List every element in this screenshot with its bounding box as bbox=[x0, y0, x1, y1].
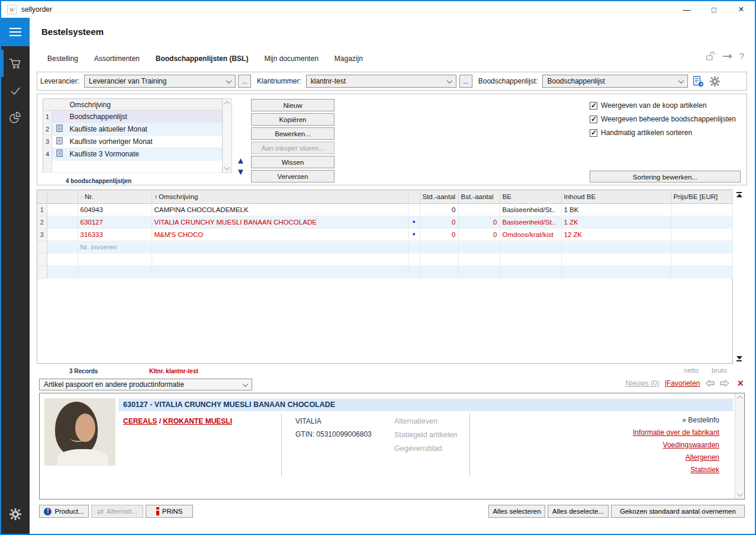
article-entry-row[interactable]: Nr. invoeren bbox=[37, 241, 732, 253]
checkbox-handmatig-sorteren[interactable]: Handmatig artikelen sorteren bbox=[590, 129, 736, 137]
column-be[interactable]: BE bbox=[500, 190, 561, 203]
info-view-select[interactable]: Artikel paspoort en andere productinform… bbox=[39, 379, 252, 390]
sidebar-item-settings[interactable] bbox=[1, 501, 30, 528]
next-arrow-icon[interactable] bbox=[720, 380, 729, 387]
forward-arrow-icon[interactable] bbox=[722, 53, 733, 60]
column-omschrijving[interactable]: ↑Omschrijving bbox=[152, 190, 408, 203]
maximize-button[interactable]: □ bbox=[700, 1, 728, 18]
nr-input-placeholder[interactable]: Nr. invoeren bbox=[78, 241, 152, 253]
close-panel-icon[interactable]: × bbox=[737, 379, 744, 387]
article-std[interactable]: 0 bbox=[420, 228, 458, 241]
scroll-to-bottom-icon[interactable] bbox=[736, 356, 742, 362]
panel-scrollbar[interactable] bbox=[735, 393, 744, 499]
checkbox-icon[interactable] bbox=[590, 116, 597, 123]
voedingswaarden-link[interactable]: Voedingswaarden bbox=[663, 441, 719, 449]
column-inhoud-be[interactable]: Inhoud BE bbox=[561, 190, 671, 203]
list-row[interactable]: 1 Boodschappenlijst bbox=[43, 111, 223, 123]
scroll-to-top-icon[interactable] bbox=[736, 191, 742, 197]
article-row[interactable]: 3 316333 M&M'S CHOCO • 0 0 Omdoos/krat/k… bbox=[37, 228, 732, 241]
article-row[interactable]: 1 604943 CAMPINA CHOCOLADEMELK 0 Basisee… bbox=[37, 203, 732, 216]
verversen-button[interactable]: Verversen bbox=[251, 170, 334, 182]
column-prijs[interactable]: Prijs/BE [EUR] bbox=[671, 190, 732, 203]
category-breadcrumb: CEREALS / KROKANTE MUESLI bbox=[123, 417, 232, 425]
prins-icon bbox=[156, 507, 159, 515]
close-button[interactable]: × bbox=[728, 1, 755, 18]
column-std-aantal[interactable]: Std.-aantal bbox=[420, 190, 458, 203]
article-bst[interactable]: 0 bbox=[458, 216, 500, 228]
tab-mijn-documenten[interactable]: Mijn documenten bbox=[264, 53, 318, 64]
sidebar-item-cart[interactable] bbox=[1, 50, 30, 77]
checkbox-beheerde-lijsten[interactable]: Weergeven beheerde boodschappenlijsten bbox=[590, 115, 736, 123]
checkbox-icon[interactable] bbox=[590, 129, 597, 137]
article-nr[interactable]: 316333 bbox=[78, 228, 152, 241]
sortering-bewerken-button[interactable]: Sortering bewerken... bbox=[590, 171, 741, 182]
kltnr-status: Kltnr. klantnr-test bbox=[149, 368, 198, 374]
bestelinfo-link[interactable]: » Bestelinfo bbox=[682, 416, 719, 424]
boodschappenlijst-select[interactable]: Boodschappenlijst bbox=[542, 75, 688, 88]
scroll-down-icon[interactable] bbox=[224, 165, 230, 171]
scroll-up-icon[interactable] bbox=[737, 396, 743, 402]
tab-bestelling[interactable]: Bestelling bbox=[47, 53, 78, 64]
lists-column-omschrijving[interactable]: Omschrijving bbox=[67, 99, 223, 111]
menu-button[interactable] bbox=[1, 18, 30, 46]
tab-boodschappenlijsten[interactable]: Boodschappenlijsten (BSL) bbox=[156, 53, 249, 64]
article-bst[interactable] bbox=[458, 203, 500, 216]
deselect-all-button[interactable]: Alles deselecte... bbox=[548, 505, 609, 518]
nieuws-link[interactable]: Nieuws (0) bbox=[625, 379, 659, 387]
gegevensblad-item: Gegevensblad bbox=[394, 444, 457, 453]
sidebar-item-stats[interactable] bbox=[1, 104, 30, 132]
favorieten-link[interactable]: |Favorieten bbox=[665, 379, 700, 387]
article-bst[interactable]: 0 bbox=[458, 228, 500, 241]
column-bst-aantal[interactable]: Bst.-aantal bbox=[458, 190, 500, 203]
scroll-down-icon[interactable] bbox=[737, 491, 743, 497]
allergenen-link[interactable]: Allergenen bbox=[686, 453, 719, 462]
column-nr[interactable]: ↑Nr. bbox=[78, 190, 152, 203]
move-up-icon[interactable]: ▲ bbox=[236, 156, 245, 165]
article-nr[interactable]: 630127 bbox=[78, 216, 152, 228]
leverancier-select[interactable]: Leverancier van Training bbox=[84, 75, 236, 88]
product-button[interactable]: ! Product... bbox=[39, 505, 89, 518]
leverancier-more-button[interactable]: ... bbox=[238, 75, 251, 88]
category-link-krokante-muesli[interactable]: KROKANTE MUESLI bbox=[163, 417, 232, 425]
take-standard-amount-button[interactable]: Gekozen standaard aantal overnemen bbox=[611, 505, 745, 518]
list-row[interactable]: 4 Kaufliste 3 Vormonate bbox=[43, 148, 223, 161]
aan-inkoper-button: Aan inkoper sturen... bbox=[251, 142, 334, 154]
statistiek-link[interactable]: Statistiek bbox=[690, 466, 719, 474]
sidebar-item-check[interactable] bbox=[1, 77, 30, 104]
move-down-icon[interactable]: ▼ bbox=[236, 167, 245, 176]
previous-arrow-icon[interactable] bbox=[705, 380, 715, 387]
article-row[interactable]: 2 630127 VITALIA CRUNCHY MUESLI BANAAN C… bbox=[37, 216, 732, 228]
help-icon[interactable]: ? bbox=[739, 51, 744, 61]
fabrikant-link[interactable]: Informatie over de fabrikant bbox=[633, 428, 719, 437]
checkbox-koop-artikelen[interactable]: Weergeven van de koop artikelen bbox=[590, 101, 736, 110]
settings-gear-icon[interactable] bbox=[709, 76, 720, 87]
swap-icon: ⇄ bbox=[97, 507, 104, 516]
category-link-cereals[interactable]: CEREALS bbox=[123, 417, 157, 425]
lists-scrollbar[interactable] bbox=[223, 98, 232, 173]
prins-button[interactable]: PRiNS bbox=[146, 505, 193, 518]
window-controls: — □ × bbox=[673, 1, 755, 18]
checkbox-icon[interactable] bbox=[590, 102, 597, 110]
nieuw-button[interactable]: Nieuw bbox=[251, 99, 334, 111]
wissen-button[interactable]: Wissen bbox=[251, 156, 334, 168]
row-label: Kaufliste 3 Vormonate bbox=[67, 148, 223, 161]
main-area: Bestelsysteem Bestelling Assortimenten B… bbox=[30, 18, 755, 534]
tab-assortimenten[interactable]: Assortimenten bbox=[94, 53, 140, 64]
tab-bar: Bestelling Assortimenten Boodschappenlij… bbox=[47, 53, 363, 64]
scroll-up-icon[interactable] bbox=[224, 101, 230, 107]
article-nr[interactable]: 604943 bbox=[78, 203, 152, 216]
new-list-icon[interactable] bbox=[693, 76, 704, 87]
klantnummer-select[interactable]: klantnr-test bbox=[306, 75, 456, 88]
minimize-button[interactable]: — bbox=[673, 1, 700, 18]
article-std[interactable]: 0 bbox=[420, 203, 458, 216]
klantnummer-more-button[interactable]: ... bbox=[459, 75, 472, 88]
list-row[interactable]: 2 Kaufliste aktueller Monat bbox=[43, 123, 223, 136]
unlock-icon[interactable] bbox=[705, 51, 716, 61]
window-title: sellyorder bbox=[21, 5, 52, 14]
bewerken-button[interactable]: Bewerken... bbox=[251, 127, 334, 140]
kopieren-button[interactable]: Kopiëren bbox=[251, 113, 334, 126]
list-row[interactable]: 3 Kaufliste vorheriger Monat bbox=[43, 136, 223, 148]
select-all-button[interactable]: Alles selecteren bbox=[488, 505, 545, 518]
article-std[interactable]: 0 bbox=[420, 216, 458, 228]
tab-magazijn[interactable]: Magazijn bbox=[334, 53, 363, 64]
